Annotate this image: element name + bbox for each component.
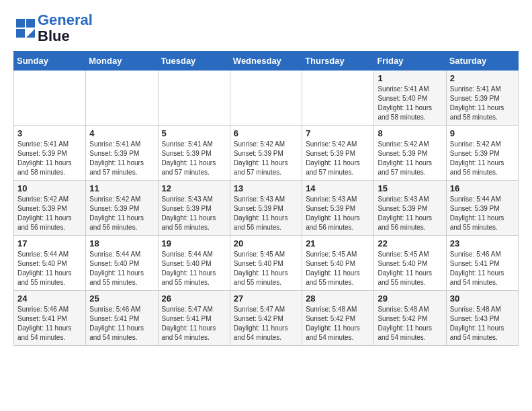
day-cell-15: 15Sunrise: 5:43 AMSunset: 5:39 PMDayligh… <box>374 181 446 236</box>
day-number: 19 <box>162 238 226 248</box>
day-cell-2: 2Sunrise: 5:41 AMSunset: 5:39 PMDaylight… <box>446 71 518 126</box>
day-number: 20 <box>234 238 298 248</box>
day-number: 18 <box>89 238 154 248</box>
day-cell-27: 27Sunrise: 5:47 AMSunset: 5:42 PMDayligh… <box>230 291 302 346</box>
day-number: 5 <box>162 128 226 138</box>
calendar-body: 1Sunrise: 5:41 AMSunset: 5:40 PMDaylight… <box>14 71 519 346</box>
day-number: 25 <box>89 293 154 304</box>
day-number: 15 <box>378 183 442 193</box>
week-row-1: 3Sunrise: 5:41 AMSunset: 5:39 PMDaylight… <box>14 126 519 181</box>
day-info: Sunrise: 5:47 AMSunset: 5:42 PMDaylight:… <box>234 305 298 342</box>
day-number: 9 <box>450 128 515 138</box>
header-day-thursday: Thursday <box>302 52 374 71</box>
day-info: Sunrise: 5:43 AMSunset: 5:39 PMDaylight:… <box>162 195 226 232</box>
day-number: 22 <box>378 238 442 248</box>
day-number: 10 <box>17 183 82 193</box>
svg-rect-1 <box>26 19 35 28</box>
day-info: Sunrise: 5:42 AMSunset: 5:39 PMDaylight:… <box>378 140 442 177</box>
day-info: Sunrise: 5:43 AMSunset: 5:39 PMDaylight:… <box>234 195 298 232</box>
day-number: 8 <box>378 128 442 138</box>
day-cell-16: 16Sunrise: 5:44 AMSunset: 5:39 PMDayligh… <box>446 181 518 236</box>
empty-cell <box>230 71 302 126</box>
day-info: Sunrise: 5:45 AMSunset: 5:40 PMDaylight:… <box>378 250 442 287</box>
day-info: Sunrise: 5:48 AMSunset: 5:43 PMDaylight:… <box>450 305 515 342</box>
day-info: Sunrise: 5:42 AMSunset: 5:39 PMDaylight:… <box>89 195 154 232</box>
logo-general: General <box>38 11 93 28</box>
day-info: Sunrise: 5:46 AMSunset: 5:41 PMDaylight:… <box>17 305 82 342</box>
day-number: 3 <box>17 128 82 138</box>
day-number: 6 <box>234 128 298 138</box>
day-number: 21 <box>306 238 370 248</box>
empty-cell <box>158 71 230 126</box>
day-cell-3: 3Sunrise: 5:41 AMSunset: 5:39 PMDaylight… <box>14 126 86 181</box>
header-day-friday: Friday <box>374 52 446 71</box>
day-cell-7: 7Sunrise: 5:42 AMSunset: 5:39 PMDaylight… <box>302 126 374 181</box>
day-number: 13 <box>234 183 298 193</box>
day-cell-17: 17Sunrise: 5:44 AMSunset: 5:40 PMDayligh… <box>14 236 86 291</box>
day-cell-30: 30Sunrise: 5:48 AMSunset: 5:43 PMDayligh… <box>446 291 518 346</box>
day-info: Sunrise: 5:48 AMSunset: 5:42 PMDaylight:… <box>306 305 370 342</box>
calendar-header: SundayMondayTuesdayWednesdayThursdayFrid… <box>14 52 519 71</box>
day-number: 11 <box>89 183 154 193</box>
day-info: Sunrise: 5:43 AMSunset: 5:39 PMDaylight:… <box>306 195 370 232</box>
day-number: 23 <box>450 238 515 248</box>
day-info: Sunrise: 5:48 AMSunset: 5:42 PMDaylight:… <box>378 305 442 342</box>
page-header: General Blue <box>0 0 532 51</box>
day-cell-6: 6Sunrise: 5:42 AMSunset: 5:39 PMDaylight… <box>230 126 302 181</box>
header-day-wednesday: Wednesday <box>230 52 302 71</box>
day-cell-22: 22Sunrise: 5:45 AMSunset: 5:40 PMDayligh… <box>374 236 446 291</box>
day-cell-24: 24Sunrise: 5:46 AMSunset: 5:41 PMDayligh… <box>14 291 86 346</box>
day-cell-18: 18Sunrise: 5:44 AMSunset: 5:40 PMDayligh… <box>86 236 158 291</box>
header-day-tuesday: Tuesday <box>158 52 230 71</box>
day-cell-12: 12Sunrise: 5:43 AMSunset: 5:39 PMDayligh… <box>158 181 230 236</box>
calendar-table: SundayMondayTuesdayWednesdayThursdayFrid… <box>13 51 519 346</box>
day-number: 30 <box>450 293 515 304</box>
header-row: SundayMondayTuesdayWednesdayThursdayFrid… <box>14 52 519 71</box>
day-number: 14 <box>306 183 370 193</box>
day-cell-5: 5Sunrise: 5:41 AMSunset: 5:39 PMDaylight… <box>158 126 230 181</box>
day-info: Sunrise: 5:41 AMSunset: 5:39 PMDaylight:… <box>89 140 154 177</box>
empty-cell <box>86 71 158 126</box>
empty-cell <box>14 71 86 126</box>
day-info: Sunrise: 5:44 AMSunset: 5:40 PMDaylight:… <box>162 250 226 287</box>
day-info: Sunrise: 5:41 AMSunset: 5:39 PMDaylight:… <box>450 85 515 122</box>
day-info: Sunrise: 5:46 AMSunset: 5:41 PMDaylight:… <box>89 305 154 342</box>
logo-blue-text: Blue <box>38 28 70 44</box>
day-cell-11: 11Sunrise: 5:42 AMSunset: 5:39 PMDayligh… <box>86 181 158 236</box>
day-info: Sunrise: 5:41 AMSunset: 5:39 PMDaylight:… <box>17 140 82 177</box>
empty-cell <box>302 71 374 126</box>
day-number: 29 <box>378 293 442 304</box>
svg-rect-0 <box>16 19 25 28</box>
day-info: Sunrise: 5:43 AMSunset: 5:39 PMDaylight:… <box>378 195 442 232</box>
day-cell-1: 1Sunrise: 5:41 AMSunset: 5:40 PMDaylight… <box>374 71 446 126</box>
day-info: Sunrise: 5:42 AMSunset: 5:39 PMDaylight:… <box>234 140 298 177</box>
header-day-monday: Monday <box>86 52 158 71</box>
week-row-3: 17Sunrise: 5:44 AMSunset: 5:40 PMDayligh… <box>14 236 519 291</box>
calendar-wrapper: SundayMondayTuesdayWednesdayThursdayFrid… <box>0 51 532 353</box>
day-cell-10: 10Sunrise: 5:42 AMSunset: 5:39 PMDayligh… <box>14 181 86 236</box>
day-info: Sunrise: 5:47 AMSunset: 5:41 PMDaylight:… <box>162 305 226 342</box>
day-number: 27 <box>234 293 298 304</box>
day-cell-23: 23Sunrise: 5:46 AMSunset: 5:41 PMDayligh… <box>446 236 518 291</box>
day-info: Sunrise: 5:44 AMSunset: 5:40 PMDaylight:… <box>89 250 154 287</box>
day-number: 28 <box>306 293 370 304</box>
header-day-sunday: Sunday <box>14 52 86 71</box>
header-day-saturday: Saturday <box>446 52 518 71</box>
svg-rect-2 <box>16 29 25 38</box>
day-cell-13: 13Sunrise: 5:43 AMSunset: 5:39 PMDayligh… <box>230 181 302 236</box>
day-info: Sunrise: 5:42 AMSunset: 5:39 PMDaylight:… <box>17 195 82 232</box>
day-cell-19: 19Sunrise: 5:44 AMSunset: 5:40 PMDayligh… <box>158 236 230 291</box>
logo: General Blue <box>16 12 93 44</box>
day-number: 1 <box>378 73 442 83</box>
day-number: 7 <box>306 128 370 138</box>
day-number: 4 <box>89 128 154 138</box>
day-number: 12 <box>162 183 226 193</box>
day-cell-28: 28Sunrise: 5:48 AMSunset: 5:42 PMDayligh… <box>302 291 374 346</box>
day-number: 2 <box>450 73 515 83</box>
day-info: Sunrise: 5:45 AMSunset: 5:40 PMDaylight:… <box>234 250 298 287</box>
day-info: Sunrise: 5:41 AMSunset: 5:39 PMDaylight:… <box>162 140 226 177</box>
day-info: Sunrise: 5:45 AMSunset: 5:40 PMDaylight:… <box>306 250 370 287</box>
day-cell-21: 21Sunrise: 5:45 AMSunset: 5:40 PMDayligh… <box>302 236 374 291</box>
week-row-4: 24Sunrise: 5:46 AMSunset: 5:41 PMDayligh… <box>14 291 519 346</box>
day-cell-9: 9Sunrise: 5:42 AMSunset: 5:39 PMDaylight… <box>446 126 518 181</box>
